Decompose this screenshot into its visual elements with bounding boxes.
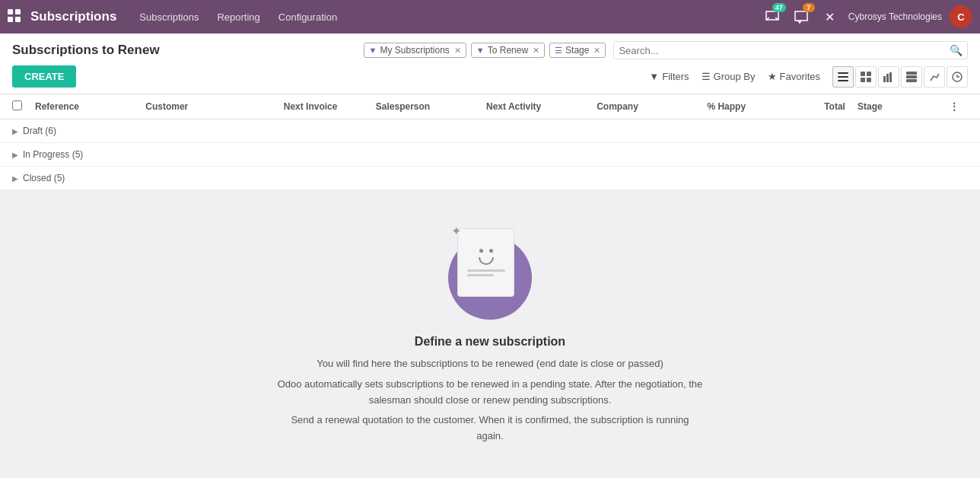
group-arrow-draft: ▶ bbox=[12, 127, 18, 135]
menu-configuration[interactable]: Configuration bbox=[278, 11, 337, 23]
group-row-inprogress[interactable]: ▶ In Progress (5) bbox=[0, 143, 980, 167]
col-company[interactable]: Company bbox=[597, 101, 707, 112]
chat-badge: 7 bbox=[803, 3, 815, 12]
groupby-button[interactable]: ☰ Group By bbox=[702, 71, 756, 82]
page-title: Subscriptions to Renew bbox=[12, 43, 356, 58]
chat-icon[interactable]: 7 bbox=[791, 6, 812, 27]
svg-rect-14 bbox=[906, 72, 917, 75]
top-menu: Subscriptions Reporting Configuration bbox=[139, 11, 761, 23]
filter-tag-close-2[interactable]: ✕ bbox=[533, 46, 539, 56]
group-arrow-inprogress: ▶ bbox=[12, 151, 18, 159]
empty-state: ✦ Define a new subscription You will fin… bbox=[0, 190, 980, 478]
favorites-button[interactable]: ★ Favorites bbox=[768, 71, 820, 82]
user-avatar[interactable]: C bbox=[950, 5, 972, 28]
group-label-inprogress: In Progress (5) bbox=[23, 149, 83, 160]
doc-eye-left bbox=[479, 249, 483, 253]
favorites-label: Favorites bbox=[780, 71, 820, 82]
group-row-closed[interactable]: ▶ Closed (5) bbox=[0, 167, 980, 190]
chart-view-button[interactable] bbox=[878, 66, 899, 88]
group-arrow-closed: ▶ bbox=[12, 174, 18, 183]
menu-subscriptions[interactable]: Subscriptions bbox=[139, 11, 199, 23]
doc-eye-right bbox=[489, 249, 493, 253]
pivot-view-button[interactable] bbox=[924, 66, 945, 88]
filters-label: Filters bbox=[662, 71, 689, 82]
doc-line-2 bbox=[467, 274, 494, 276]
filter-tag-icon-3: ☰ bbox=[555, 46, 562, 56]
col-total[interactable]: Total bbox=[781, 101, 845, 112]
doc-spark-icon: ✦ bbox=[451, 224, 461, 238]
filter-tag-to-renew[interactable]: ▼ To Renew ✕ bbox=[471, 43, 545, 58]
filter-icon: ▼ bbox=[649, 71, 659, 82]
empty-desc-3: Send a renewal quotation to the customer… bbox=[277, 413, 703, 445]
svg-rect-9 bbox=[861, 78, 865, 82]
company-name[interactable]: Cybrosys Technologies bbox=[848, 11, 942, 22]
doc-smile bbox=[479, 257, 494, 265]
subheader: Subscriptions to Renew ▼ My Subscription… bbox=[0, 33, 980, 94]
app-title: Subscriptions bbox=[30, 9, 116, 24]
filter-tag-icon-2: ▼ bbox=[476, 46, 485, 55]
activity-view-button[interactable] bbox=[947, 66, 968, 88]
svg-rect-16 bbox=[906, 79, 917, 82]
empty-illustration: ✦ bbox=[441, 221, 539, 320]
filter-tag-label-2: To Renew bbox=[488, 45, 528, 56]
col-stage[interactable]: Stage bbox=[845, 101, 950, 112]
card-view-button[interactable] bbox=[901, 66, 922, 88]
filter-tag-stage[interactable]: ☰ Stage ✕ bbox=[549, 43, 606, 58]
view-switcher bbox=[832, 66, 968, 88]
empty-doc bbox=[457, 228, 514, 297]
filter-tag-label-1: My Subscriptions bbox=[380, 45, 449, 56]
messages-badge: 47 bbox=[772, 3, 786, 12]
kanban-view-button[interactable] bbox=[855, 66, 877, 88]
search-container[interactable]: 🔍 bbox=[613, 41, 968, 59]
top-navigation: Subscriptions Subscriptions Reporting Co… bbox=[0, 0, 980, 33]
create-button[interactable]: CREATE bbox=[12, 65, 76, 88]
empty-desc-2: Odoo automatically sets subscriptions to… bbox=[277, 377, 703, 409]
menu-reporting[interactable]: Reporting bbox=[217, 11, 259, 23]
doc-line-1 bbox=[467, 269, 505, 272]
doc-face bbox=[479, 249, 493, 253]
svg-rect-5 bbox=[838, 76, 848, 78]
svg-rect-4 bbox=[838, 72, 848, 74]
list-view-button[interactable] bbox=[832, 66, 854, 88]
search-input[interactable] bbox=[619, 45, 950, 56]
svg-rect-2 bbox=[8, 17, 13, 22]
filter-tags-container: ▼ My Subscriptions ✕ ▼ To Renew ✕ ☰ Stag… bbox=[364, 43, 606, 58]
list-body: ▶ Draft (6) ▶ In Progress (5) ▶ Closed (… bbox=[0, 120, 980, 190]
svg-rect-13 bbox=[889, 72, 892, 82]
app-grid-icon[interactable] bbox=[8, 9, 21, 25]
table-header: Reference Customer Next Invoice Salesper… bbox=[0, 94, 980, 120]
svg-rect-0 bbox=[8, 9, 13, 14]
col-more[interactable]: ⋮ bbox=[950, 101, 968, 112]
svg-rect-7 bbox=[861, 72, 865, 76]
col-salesperson[interactable]: Salesperson bbox=[376, 101, 486, 112]
svg-rect-10 bbox=[867, 78, 871, 82]
svg-rect-11 bbox=[883, 76, 886, 82]
subheader-row1: Subscriptions to Renew ▼ My Subscription… bbox=[12, 33, 968, 59]
svg-rect-12 bbox=[886, 74, 889, 82]
filters-button[interactable]: ▼ Filters bbox=[649, 71, 689, 82]
close-icon[interactable]: ✕ bbox=[819, 6, 841, 27]
search-icon[interactable]: 🔍 bbox=[950, 44, 963, 56]
col-next-invoice[interactable]: Next Invoice bbox=[284, 101, 376, 112]
col-next-activity[interactable]: Next Activity bbox=[486, 101, 597, 112]
filter-tag-my-subscriptions[interactable]: ▼ My Subscriptions ✕ bbox=[364, 43, 466, 58]
star-icon: ★ bbox=[768, 71, 777, 82]
group-label-closed: Closed (5) bbox=[23, 173, 65, 183]
action-bar: ▼ Filters ☰ Group By ★ Favorites bbox=[88, 66, 968, 88]
svg-rect-6 bbox=[838, 80, 848, 81]
filter-tag-icon-1: ▼ bbox=[369, 46, 377, 55]
col-happy[interactable]: % Happy bbox=[707, 101, 781, 112]
svg-rect-3 bbox=[15, 17, 21, 22]
empty-desc-1: You will find here the subscriptions to … bbox=[317, 356, 663, 372]
messages-icon[interactable]: 47 bbox=[762, 6, 783, 27]
select-all-checkbox[interactable] bbox=[12, 100, 35, 113]
filter-tag-close-3[interactable]: ✕ bbox=[593, 46, 600, 56]
topnav-right-actions: 47 7 ✕ Cybrosys Technologies C bbox=[762, 5, 972, 28]
group-row-draft[interactable]: ▶ Draft (6) bbox=[0, 120, 980, 143]
svg-rect-8 bbox=[867, 72, 871, 76]
svg-rect-15 bbox=[906, 75, 917, 78]
col-customer[interactable]: Customer bbox=[145, 101, 284, 112]
group-label-draft: Draft (6) bbox=[23, 126, 56, 136]
filter-tag-close-1[interactable]: ✕ bbox=[454, 46, 461, 56]
col-reference[interactable]: Reference bbox=[35, 101, 145, 112]
